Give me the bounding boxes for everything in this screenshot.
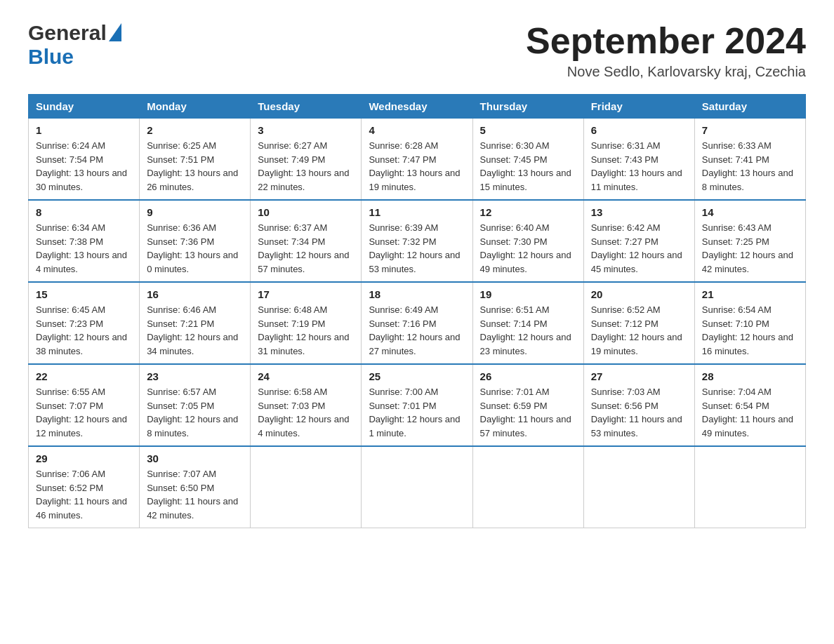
day-info: Sunrise: 6:51 AMSunset: 7:14 PMDaylight:… (480, 303, 576, 358)
day-info: Sunrise: 6:37 AMSunset: 7:34 PMDaylight:… (258, 221, 354, 276)
day-number: 17 (258, 288, 354, 300)
calendar-cell: 24Sunrise: 6:58 AMSunset: 7:03 PMDayligh… (251, 364, 362, 446)
day-info: Sunrise: 6:36 AMSunset: 7:36 PMDaylight:… (147, 221, 243, 276)
day-number: 13 (591, 206, 687, 218)
calendar-cell: 2Sunrise: 6:25 AMSunset: 7:51 PMDaylight… (140, 119, 251, 201)
day-number: 7 (702, 124, 798, 136)
day-info: Sunrise: 6:28 AMSunset: 7:47 PMDaylight:… (369, 139, 465, 194)
header-monday: Monday (140, 95, 251, 119)
day-number: 4 (369, 124, 465, 136)
calendar-cell: 23Sunrise: 6:57 AMSunset: 7:05 PMDayligh… (140, 364, 251, 446)
header-wednesday: Wednesday (362, 95, 472, 119)
calendar-cell: 16Sunrise: 6:46 AMSunset: 7:21 PMDayligh… (140, 282, 251, 364)
day-info: Sunrise: 6:57 AMSunset: 7:05 PMDaylight:… (147, 385, 243, 440)
calendar-cell: 14Sunrise: 6:43 AMSunset: 7:25 PMDayligh… (694, 200, 805, 282)
day-number: 12 (480, 206, 576, 218)
calendar-cell: 6Sunrise: 6:31 AMSunset: 7:43 PMDaylight… (583, 119, 694, 201)
header-saturday: Saturday (694, 95, 805, 119)
calendar-week-row: 15Sunrise: 6:45 AMSunset: 7:23 PMDayligh… (29, 282, 806, 364)
calendar-week-row: 8Sunrise: 6:34 AMSunset: 7:38 PMDaylight… (29, 200, 806, 282)
day-info: Sunrise: 6:48 AMSunset: 7:19 PMDaylight:… (258, 303, 354, 358)
day-info: Sunrise: 6:27 AMSunset: 7:49 PMDaylight:… (258, 139, 354, 194)
day-info: Sunrise: 6:55 AMSunset: 7:07 PMDaylight:… (36, 385, 132, 440)
calendar-cell (472, 446, 583, 528)
logo-arrow-icon (109, 23, 121, 41)
day-info: Sunrise: 6:30 AMSunset: 7:45 PMDaylight:… (480, 139, 576, 194)
calendar-cell: 4Sunrise: 6:28 AMSunset: 7:47 PMDaylight… (362, 119, 472, 201)
calendar-cell: 25Sunrise: 7:00 AMSunset: 7:01 PMDayligh… (362, 364, 472, 446)
day-info: Sunrise: 6:40 AMSunset: 7:30 PMDaylight:… (480, 221, 576, 276)
logo-general-text: General (28, 21, 107, 45)
calendar-cell (251, 446, 362, 528)
calendar-cell: 1Sunrise: 6:24 AMSunset: 7:54 PMDaylight… (29, 119, 140, 201)
calendar-cell: 21Sunrise: 6:54 AMSunset: 7:10 PMDayligh… (694, 282, 805, 364)
calendar-cell: 27Sunrise: 7:03 AMSunset: 6:56 PMDayligh… (583, 364, 694, 446)
calendar-cell (694, 446, 805, 528)
calendar-cell: 22Sunrise: 6:55 AMSunset: 7:07 PMDayligh… (29, 364, 140, 446)
day-number: 25 (369, 370, 465, 382)
month-title: September 2024 (526, 21, 806, 61)
header-tuesday: Tuesday (251, 95, 362, 119)
calendar-cell: 7Sunrise: 6:33 AMSunset: 7:41 PMDaylight… (694, 119, 805, 201)
day-number: 19 (480, 288, 576, 300)
day-number: 24 (258, 370, 354, 382)
calendar-cell: 19Sunrise: 6:51 AMSunset: 7:14 PMDayligh… (472, 282, 583, 364)
calendar-cell: 20Sunrise: 6:52 AMSunset: 7:12 PMDayligh… (583, 282, 694, 364)
day-info: Sunrise: 6:43 AMSunset: 7:25 PMDaylight:… (702, 221, 798, 276)
day-info: Sunrise: 6:49 AMSunset: 7:16 PMDaylight:… (369, 303, 465, 358)
day-info: Sunrise: 6:58 AMSunset: 7:03 PMDaylight:… (258, 385, 354, 440)
page-header: General Blue September 2024 Nove Sedlo, … (28, 21, 806, 80)
day-info: Sunrise: 6:24 AMSunset: 7:54 PMDaylight:… (36, 139, 132, 194)
calendar-cell: 10Sunrise: 6:37 AMSunset: 7:34 PMDayligh… (251, 200, 362, 282)
day-info: Sunrise: 7:06 AMSunset: 6:52 PMDaylight:… (36, 467, 132, 522)
calendar-week-row: 29Sunrise: 7:06 AMSunset: 6:52 PMDayligh… (29, 446, 806, 528)
calendar-cell: 28Sunrise: 7:04 AMSunset: 6:54 PMDayligh… (694, 364, 805, 446)
day-number: 1 (36, 124, 132, 136)
header-friday: Friday (583, 95, 694, 119)
calendar-cell: 11Sunrise: 6:39 AMSunset: 7:32 PMDayligh… (362, 200, 472, 282)
day-info: Sunrise: 6:31 AMSunset: 7:43 PMDaylight:… (591, 139, 687, 194)
day-number: 28 (702, 370, 798, 382)
calendar-cell: 29Sunrise: 7:06 AMSunset: 6:52 PMDayligh… (29, 446, 140, 528)
header-thursday: Thursday (472, 95, 583, 119)
calendar-cell: 3Sunrise: 6:27 AMSunset: 7:49 PMDaylight… (251, 119, 362, 201)
day-info: Sunrise: 6:33 AMSunset: 7:41 PMDaylight:… (702, 139, 798, 194)
day-number: 26 (480, 370, 576, 382)
logo-blue-text: Blue (28, 45, 74, 68)
day-info: Sunrise: 6:25 AMSunset: 7:51 PMDaylight:… (147, 139, 243, 194)
header-sunday: Sunday (29, 95, 140, 119)
day-number: 30 (147, 452, 243, 464)
calendar-week-row: 22Sunrise: 6:55 AMSunset: 7:07 PMDayligh… (29, 364, 806, 446)
day-number: 6 (591, 124, 687, 136)
calendar-cell: 17Sunrise: 6:48 AMSunset: 7:19 PMDayligh… (251, 282, 362, 364)
day-number: 23 (147, 370, 243, 382)
day-number: 16 (147, 288, 243, 300)
day-info: Sunrise: 7:07 AMSunset: 6:50 PMDaylight:… (147, 467, 243, 522)
day-info: Sunrise: 6:54 AMSunset: 7:10 PMDaylight:… (702, 303, 798, 358)
day-number: 22 (36, 370, 132, 382)
day-number: 2 (147, 124, 243, 136)
location-title: Nove Sedlo, Karlovarsky kraj, Czechia (526, 64, 806, 80)
day-number: 20 (591, 288, 687, 300)
day-number: 11 (369, 206, 465, 218)
calendar-cell: 18Sunrise: 6:49 AMSunset: 7:16 PMDayligh… (362, 282, 472, 364)
calendar-cell: 30Sunrise: 7:07 AMSunset: 6:50 PMDayligh… (140, 446, 251, 528)
calendar-cell (583, 446, 694, 528)
day-number: 15 (36, 288, 132, 300)
calendar-cell: 9Sunrise: 6:36 AMSunset: 7:36 PMDaylight… (140, 200, 251, 282)
day-number: 3 (258, 124, 354, 136)
day-info: Sunrise: 6:42 AMSunset: 7:27 PMDaylight:… (591, 221, 687, 276)
calendar-cell: 13Sunrise: 6:42 AMSunset: 7:27 PMDayligh… (583, 200, 694, 282)
day-number: 8 (36, 206, 132, 218)
calendar-cell: 15Sunrise: 6:45 AMSunset: 7:23 PMDayligh… (29, 282, 140, 364)
calendar-header-row: SundayMondayTuesdayWednesdayThursdayFrid… (29, 95, 806, 119)
day-info: Sunrise: 6:46 AMSunset: 7:21 PMDaylight:… (147, 303, 243, 358)
day-number: 29 (36, 452, 132, 464)
calendar-cell: 8Sunrise: 6:34 AMSunset: 7:38 PMDaylight… (29, 200, 140, 282)
day-info: Sunrise: 6:34 AMSunset: 7:38 PMDaylight:… (36, 221, 132, 276)
calendar-cell: 26Sunrise: 7:01 AMSunset: 6:59 PMDayligh… (472, 364, 583, 446)
calendar-cell (362, 446, 472, 528)
day-info: Sunrise: 6:39 AMSunset: 7:32 PMDaylight:… (369, 221, 465, 276)
logo: General Blue (28, 21, 121, 69)
day-number: 21 (702, 288, 798, 300)
